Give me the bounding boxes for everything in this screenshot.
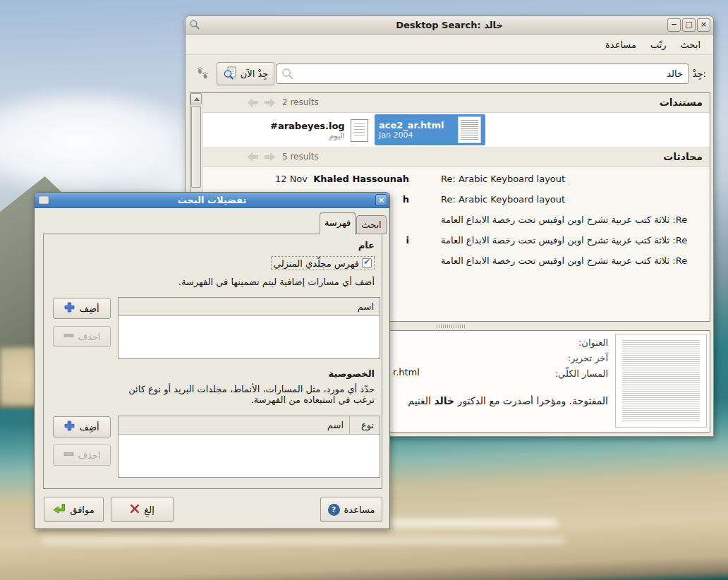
help-label: مساعدة bbox=[344, 505, 375, 515]
index-home-checkbox-row[interactable]: ✔ فهرس مجلّدي المنزلي bbox=[271, 256, 375, 270]
remove-label: احذف bbox=[78, 450, 101, 461]
minus-icon bbox=[63, 449, 74, 461]
forward-arrow-icon[interactable] bbox=[264, 97, 276, 111]
section-title: مستندات bbox=[660, 97, 703, 108]
dialog-titlebar[interactable]: تفضيلات البحث × bbox=[35, 193, 389, 208]
ok-arrow-icon bbox=[53, 503, 66, 516]
add-path-button[interactable]: أضِف bbox=[53, 298, 111, 319]
find-label: جِدْ: bbox=[693, 68, 706, 79]
main-titlebar[interactable]: Desktop Search: خالد − □ × bbox=[186, 16, 713, 35]
splitter-grip[interactable] bbox=[437, 325, 466, 328]
document-thumbnail bbox=[615, 334, 707, 428]
snippet-text: الغنيم bbox=[408, 395, 434, 406]
menu-help[interactable]: مساعدة bbox=[598, 36, 643, 54]
ok-button[interactable]: موافق bbox=[44, 497, 104, 522]
dialog-close-button[interactable]: × bbox=[375, 194, 387, 206]
column-name[interactable]: اسم bbox=[119, 301, 380, 312]
file-date: Jan 2004 bbox=[379, 131, 444, 140]
cancel-label: إلغِ bbox=[144, 505, 154, 515]
menu-sort[interactable]: رتّب bbox=[643, 36, 674, 54]
text-file-icon bbox=[351, 119, 368, 142]
snippet-highlight: خالد bbox=[434, 395, 454, 406]
privacy-section-title: الخصوصية bbox=[329, 368, 375, 379]
remove-label: احذف bbox=[78, 332, 101, 342]
find-now-button[interactable]: جِدْ الآن bbox=[217, 62, 274, 85]
column-type[interactable]: نوع bbox=[350, 420, 380, 430]
file-name: #arabeyes.log bbox=[270, 121, 345, 131]
find-now-icon bbox=[223, 66, 237, 82]
general-section-title: عام bbox=[358, 240, 375, 250]
email-subject: Re: ثلاثة كتب عربية تشرح اوبن اوفيس تحت … bbox=[441, 215, 687, 225]
find-now-label: جِدْ الآن bbox=[241, 68, 269, 79]
menu-search[interactable]: ابحث bbox=[674, 36, 708, 54]
minimize-button[interactable]: − bbox=[667, 18, 681, 32]
dialog-title: تفضيلات البحث bbox=[35, 195, 389, 205]
tab-indexing[interactable]: فهرسة bbox=[320, 212, 356, 234]
help-button[interactable]: ? مساعدة bbox=[320, 497, 382, 522]
exclude-list[interactable]: نوع اسم bbox=[118, 416, 380, 478]
scrollbar-thumb[interactable] bbox=[191, 106, 201, 188]
preview-field-last-edited: آخر تحرير: bbox=[568, 353, 608, 363]
email-sender: Khaled Hassounah bbox=[310, 174, 409, 184]
list-header[interactable]: اسم bbox=[119, 298, 380, 316]
file-date: اليوم bbox=[270, 131, 345, 140]
result-count: 5 results bbox=[282, 152, 319, 162]
search-toolbar: جِدْ: جِدْ الآن bbox=[186, 56, 713, 92]
back-arrow-icon[interactable] bbox=[247, 152, 259, 165]
list-body[interactable] bbox=[119, 435, 380, 477]
desktop-background: Desktop Search: خالد − □ × ابحث رتّب مسا… bbox=[0, 0, 728, 580]
check-icon: ✔ bbox=[363, 257, 370, 267]
scroll-up-button[interactable] bbox=[190, 93, 202, 104]
checkbox-label: فهرس مجلّدي المنزلي bbox=[274, 258, 359, 269]
section-header-documents: مستندات 2 results bbox=[203, 93, 710, 113]
beagle-footprint-icon bbox=[197, 67, 209, 83]
add-label: أضِف bbox=[79, 422, 99, 433]
add-exclude-button[interactable]: أضِف bbox=[53, 416, 111, 437]
search-input[interactable] bbox=[276, 64, 689, 84]
preview-field-full-path: المسار الكلّي: bbox=[555, 368, 608, 379]
add-label: أضِف bbox=[79, 303, 99, 314]
close-button[interactable]: × bbox=[697, 18, 710, 32]
email-subject: Re: Arabic Keyboard layout bbox=[441, 194, 565, 205]
section-title: محادثات bbox=[663, 151, 703, 162]
include-description: أضف أي مسارات إضافية ليتم تضمينها في الف… bbox=[178, 277, 375, 287]
file-name: ace2_ar.html bbox=[379, 120, 444, 131]
checkbox-checked[interactable]: ✔ bbox=[362, 258, 372, 268]
ok-label: موافق bbox=[70, 505, 94, 515]
file-tile-selected[interactable]: ace2_ar.html Jan 2004 bbox=[375, 114, 485, 145]
include-paths-list[interactable]: اسم bbox=[118, 297, 380, 359]
exclude-description: حدّد أي مورد، مثل المسارات، الأنماط، مجل… bbox=[121, 384, 375, 405]
tab-search[interactable]: ابحث bbox=[356, 215, 387, 234]
section-header-conversations: محادثات 5 results bbox=[203, 147, 710, 167]
cancel-x-icon bbox=[130, 504, 140, 516]
minus-icon bbox=[63, 330, 74, 343]
back-arrow-icon[interactable] bbox=[247, 97, 259, 111]
help-icon: ? bbox=[328, 504, 340, 516]
sea-foam bbox=[42, 538, 564, 544]
window-title: Desktop Search: خالد bbox=[186, 20, 713, 30]
forward-arrow-icon[interactable] bbox=[264, 152, 276, 165]
plus-icon bbox=[64, 421, 75, 433]
maximize-button[interactable]: □ bbox=[682, 18, 696, 32]
preview-path-value: r.html bbox=[393, 367, 420, 377]
file-tile[interactable]: #arabeyes.log اليوم bbox=[270, 116, 368, 144]
search-preferences-dialog: تفضيلات البحث × ابحث فهرسة عام ✔ فهرس مج… bbox=[34, 192, 390, 529]
column-name[interactable]: اسم bbox=[119, 420, 349, 430]
list-header[interactable]: نوع اسم bbox=[119, 416, 380, 435]
remove-exclude-button: احذف bbox=[53, 445, 111, 466]
remove-path-button: احذف bbox=[53, 326, 111, 347]
email-row[interactable]: 12 Nov Khaled Hassounah Re: Arabic Keybo… bbox=[203, 169, 710, 190]
preview-field-title: العنوان: bbox=[578, 337, 608, 348]
email-subject: Re: ثلاثة كتب عربية تشرح اوبن اوفيس تحت … bbox=[441, 235, 687, 246]
html-file-icon bbox=[458, 116, 481, 143]
indexing-tab-page: عام ✔ فهرس مجلّدي المنزلي أضف أي مسارات … bbox=[43, 234, 382, 489]
list-body[interactable] bbox=[119, 316, 380, 358]
result-count: 2 results bbox=[282, 97, 319, 107]
menubar: ابحث رتّب مساعدة bbox=[186, 35, 713, 55]
document-tiles: #arabeyes.log اليوم ace2_ar.html Jan 200… bbox=[203, 113, 710, 147]
email-date: 12 Nov bbox=[203, 174, 308, 184]
email-subject: Re: ثلاثة كتب عربية تشرح اوبن اوفيس تحت … bbox=[441, 255, 687, 266]
cancel-button[interactable]: إلغِ bbox=[111, 497, 174, 522]
email-subject: Re: Arabic Keyboard layout bbox=[441, 174, 565, 184]
plus-icon bbox=[64, 302, 75, 315]
